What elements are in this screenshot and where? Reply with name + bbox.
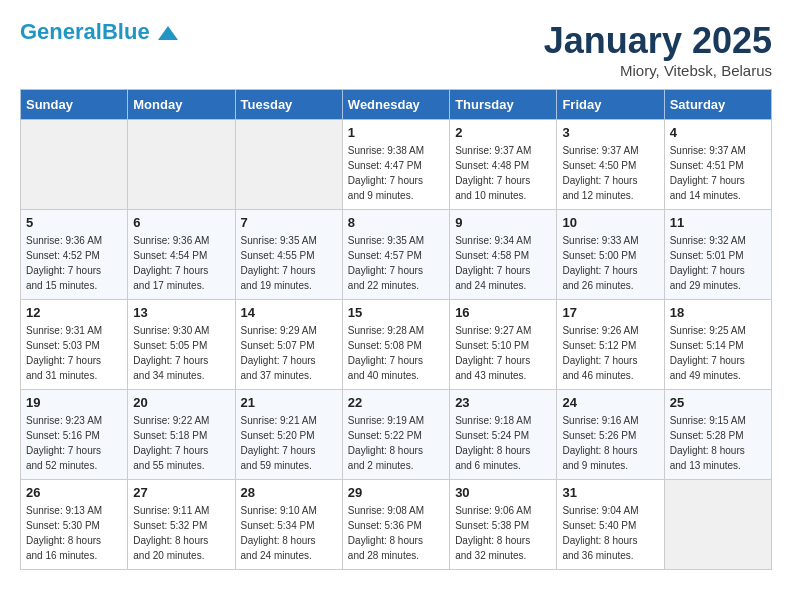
calendar-cell: 26Sunrise: 9:13 AM Sunset: 5:30 PM Dayli… bbox=[21, 480, 128, 570]
day-number: 25 bbox=[670, 395, 766, 410]
calendar-cell: 21Sunrise: 9:21 AM Sunset: 5:20 PM Dayli… bbox=[235, 390, 342, 480]
day-info: Sunrise: 9:22 AM Sunset: 5:18 PM Dayligh… bbox=[133, 413, 229, 473]
day-number: 20 bbox=[133, 395, 229, 410]
location: Miory, Vitebsk, Belarus bbox=[544, 62, 772, 79]
day-info: Sunrise: 9:32 AM Sunset: 5:01 PM Dayligh… bbox=[670, 233, 766, 293]
day-number: 7 bbox=[241, 215, 337, 230]
day-number: 19 bbox=[26, 395, 122, 410]
day-number: 30 bbox=[455, 485, 551, 500]
day-number: 3 bbox=[562, 125, 658, 140]
calendar-cell: 8Sunrise: 9:35 AM Sunset: 4:57 PM Daylig… bbox=[342, 210, 449, 300]
day-header-wednesday: Wednesday bbox=[342, 90, 449, 120]
logo-blue: Blue bbox=[102, 19, 150, 44]
day-info: Sunrise: 9:30 AM Sunset: 5:05 PM Dayligh… bbox=[133, 323, 229, 383]
day-number: 4 bbox=[670, 125, 766, 140]
day-info: Sunrise: 9:37 AM Sunset: 4:48 PM Dayligh… bbox=[455, 143, 551, 203]
day-number: 23 bbox=[455, 395, 551, 410]
calendar-cell: 10Sunrise: 9:33 AM Sunset: 5:00 PM Dayli… bbox=[557, 210, 664, 300]
week-row-1: 1Sunrise: 9:38 AM Sunset: 4:47 PM Daylig… bbox=[21, 120, 772, 210]
day-info: Sunrise: 9:38 AM Sunset: 4:47 PM Dayligh… bbox=[348, 143, 444, 203]
day-number: 29 bbox=[348, 485, 444, 500]
day-number: 24 bbox=[562, 395, 658, 410]
calendar-cell: 4Sunrise: 9:37 AM Sunset: 4:51 PM Daylig… bbox=[664, 120, 771, 210]
calendar-cell: 6Sunrise: 9:36 AM Sunset: 4:54 PM Daylig… bbox=[128, 210, 235, 300]
week-row-3: 12Sunrise: 9:31 AM Sunset: 5:03 PM Dayli… bbox=[21, 300, 772, 390]
week-row-5: 26Sunrise: 9:13 AM Sunset: 5:30 PM Dayli… bbox=[21, 480, 772, 570]
day-number: 26 bbox=[26, 485, 122, 500]
day-info: Sunrise: 9:37 AM Sunset: 4:51 PM Dayligh… bbox=[670, 143, 766, 203]
calendar-cell: 31Sunrise: 9:04 AM Sunset: 5:40 PM Dayli… bbox=[557, 480, 664, 570]
day-number: 21 bbox=[241, 395, 337, 410]
calendar-cell: 23Sunrise: 9:18 AM Sunset: 5:24 PM Dayli… bbox=[450, 390, 557, 480]
day-info: Sunrise: 9:23 AM Sunset: 5:16 PM Dayligh… bbox=[26, 413, 122, 473]
day-info: Sunrise: 9:29 AM Sunset: 5:07 PM Dayligh… bbox=[241, 323, 337, 383]
day-number: 1 bbox=[348, 125, 444, 140]
day-number: 15 bbox=[348, 305, 444, 320]
calendar-cell: 11Sunrise: 9:32 AM Sunset: 5:01 PM Dayli… bbox=[664, 210, 771, 300]
day-info: Sunrise: 9:27 AM Sunset: 5:10 PM Dayligh… bbox=[455, 323, 551, 383]
day-info: Sunrise: 9:16 AM Sunset: 5:26 PM Dayligh… bbox=[562, 413, 658, 473]
day-info: Sunrise: 9:34 AM Sunset: 4:58 PM Dayligh… bbox=[455, 233, 551, 293]
day-info: Sunrise: 9:06 AM Sunset: 5:38 PM Dayligh… bbox=[455, 503, 551, 563]
day-number: 16 bbox=[455, 305, 551, 320]
day-info: Sunrise: 9:37 AM Sunset: 4:50 PM Dayligh… bbox=[562, 143, 658, 203]
day-info: Sunrise: 9:19 AM Sunset: 5:22 PM Dayligh… bbox=[348, 413, 444, 473]
day-info: Sunrise: 9:35 AM Sunset: 4:55 PM Dayligh… bbox=[241, 233, 337, 293]
calendar-cell: 13Sunrise: 9:30 AM Sunset: 5:05 PM Dayli… bbox=[128, 300, 235, 390]
day-info: Sunrise: 9:36 AM Sunset: 4:52 PM Dayligh… bbox=[26, 233, 122, 293]
day-number: 8 bbox=[348, 215, 444, 230]
calendar-cell: 7Sunrise: 9:35 AM Sunset: 4:55 PM Daylig… bbox=[235, 210, 342, 300]
day-number: 12 bbox=[26, 305, 122, 320]
day-header-friday: Friday bbox=[557, 90, 664, 120]
day-header-tuesday: Tuesday bbox=[235, 90, 342, 120]
day-info: Sunrise: 9:13 AM Sunset: 5:30 PM Dayligh… bbox=[26, 503, 122, 563]
calendar-cell: 18Sunrise: 9:25 AM Sunset: 5:14 PM Dayli… bbox=[664, 300, 771, 390]
day-number: 6 bbox=[133, 215, 229, 230]
day-info: Sunrise: 9:04 AM Sunset: 5:40 PM Dayligh… bbox=[562, 503, 658, 563]
page-header: GeneralBlue January 2025 Miory, Vitebsk,… bbox=[20, 20, 772, 79]
day-info: Sunrise: 9:18 AM Sunset: 5:24 PM Dayligh… bbox=[455, 413, 551, 473]
calendar-table: SundayMondayTuesdayWednesdayThursdayFrid… bbox=[20, 89, 772, 570]
day-info: Sunrise: 9:33 AM Sunset: 5:00 PM Dayligh… bbox=[562, 233, 658, 293]
calendar-cell bbox=[664, 480, 771, 570]
day-info: Sunrise: 9:26 AM Sunset: 5:12 PM Dayligh… bbox=[562, 323, 658, 383]
calendar-cell: 28Sunrise: 9:10 AM Sunset: 5:34 PM Dayli… bbox=[235, 480, 342, 570]
day-number: 9 bbox=[455, 215, 551, 230]
title-block: January 2025 Miory, Vitebsk, Belarus bbox=[544, 20, 772, 79]
logo: GeneralBlue bbox=[20, 20, 178, 44]
day-number: 10 bbox=[562, 215, 658, 230]
day-number: 11 bbox=[670, 215, 766, 230]
week-row-4: 19Sunrise: 9:23 AM Sunset: 5:16 PM Dayli… bbox=[21, 390, 772, 480]
month-title: January 2025 bbox=[544, 20, 772, 62]
day-info: Sunrise: 9:28 AM Sunset: 5:08 PM Dayligh… bbox=[348, 323, 444, 383]
day-info: Sunrise: 9:25 AM Sunset: 5:14 PM Dayligh… bbox=[670, 323, 766, 383]
day-header-thursday: Thursday bbox=[450, 90, 557, 120]
calendar-cell: 14Sunrise: 9:29 AM Sunset: 5:07 PM Dayli… bbox=[235, 300, 342, 390]
day-number: 13 bbox=[133, 305, 229, 320]
calendar-cell: 20Sunrise: 9:22 AM Sunset: 5:18 PM Dayli… bbox=[128, 390, 235, 480]
day-number: 17 bbox=[562, 305, 658, 320]
logo-general: General bbox=[20, 19, 102, 44]
day-info: Sunrise: 9:21 AM Sunset: 5:20 PM Dayligh… bbox=[241, 413, 337, 473]
day-number: 14 bbox=[241, 305, 337, 320]
calendar-cell: 17Sunrise: 9:26 AM Sunset: 5:12 PM Dayli… bbox=[557, 300, 664, 390]
day-number: 27 bbox=[133, 485, 229, 500]
day-info: Sunrise: 9:31 AM Sunset: 5:03 PM Dayligh… bbox=[26, 323, 122, 383]
calendar-cell: 30Sunrise: 9:06 AM Sunset: 5:38 PM Dayli… bbox=[450, 480, 557, 570]
calendar-cell: 22Sunrise: 9:19 AM Sunset: 5:22 PM Dayli… bbox=[342, 390, 449, 480]
calendar-cell bbox=[128, 120, 235, 210]
calendar-cell: 1Sunrise: 9:38 AM Sunset: 4:47 PM Daylig… bbox=[342, 120, 449, 210]
calendar-cell: 9Sunrise: 9:34 AM Sunset: 4:58 PM Daylig… bbox=[450, 210, 557, 300]
day-number: 2 bbox=[455, 125, 551, 140]
day-number: 18 bbox=[670, 305, 766, 320]
day-header-sunday: Sunday bbox=[21, 90, 128, 120]
day-number: 28 bbox=[241, 485, 337, 500]
day-number: 31 bbox=[562, 485, 658, 500]
calendar-cell: 24Sunrise: 9:16 AM Sunset: 5:26 PM Dayli… bbox=[557, 390, 664, 480]
calendar-cell: 2Sunrise: 9:37 AM Sunset: 4:48 PM Daylig… bbox=[450, 120, 557, 210]
week-row-2: 5Sunrise: 9:36 AM Sunset: 4:52 PM Daylig… bbox=[21, 210, 772, 300]
calendar-cell: 12Sunrise: 9:31 AM Sunset: 5:03 PM Dayli… bbox=[21, 300, 128, 390]
day-header-monday: Monday bbox=[128, 90, 235, 120]
day-info: Sunrise: 9:11 AM Sunset: 5:32 PM Dayligh… bbox=[133, 503, 229, 563]
calendar-cell: 5Sunrise: 9:36 AM Sunset: 4:52 PM Daylig… bbox=[21, 210, 128, 300]
